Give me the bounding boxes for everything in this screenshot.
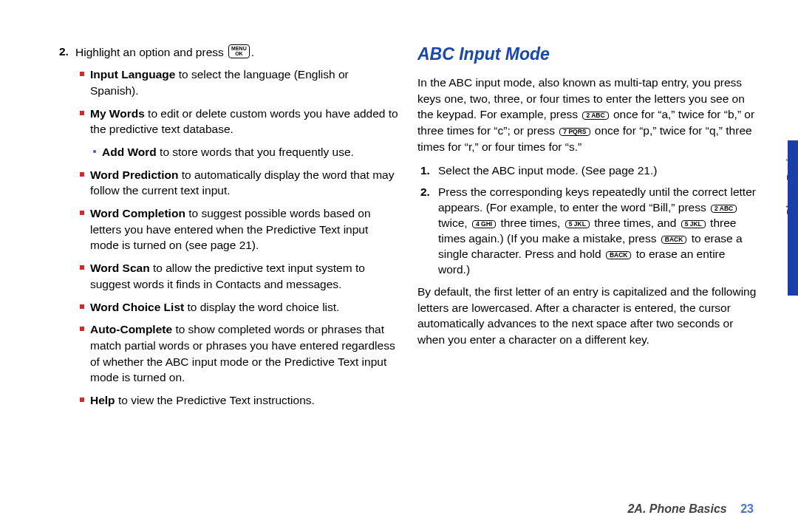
step-1: 1. Select the ABC input mode. (See page … — [420, 163, 757, 179]
section-heading: ABC Input Mode — [417, 44, 757, 64]
step-number: 1. — [420, 163, 438, 179]
square-bullet-icon — [80, 211, 84, 215]
key-back-icon: BACK — [661, 236, 687, 244]
key-4ghi-icon: 4 GHI — [472, 220, 496, 228]
step-2: 2. Press the corresponding keys repeated… — [420, 185, 757, 278]
list-item: Word Scan to allow the predictive text i… — [80, 260, 399, 292]
square-bullet-icon — [80, 172, 84, 177]
steps-list: 1. Select the ABC input mode. (See page … — [420, 163, 757, 277]
list-item: Auto-Complete to show completed words or… — [80, 321, 399, 386]
list-item: My Words to edit or delete custom words … — [80, 106, 399, 137]
left-column: 2. Highlight an option and press MENU OK… — [59, 44, 399, 415]
step-2: 2. Highlight an option and press MENU OK… — [59, 44, 399, 61]
square-bullet-icon — [80, 304, 84, 309]
list-item: Word Choice List to display the word cho… — [80, 299, 399, 316]
page-footer: 2A. Phone Basics 23 — [627, 502, 754, 516]
paragraph: By default, the first letter of an entry… — [417, 284, 757, 348]
list-item: Input Language to select the language (E… — [80, 66, 399, 98]
menu-ok-key-icon: MENU OK — [228, 44, 250, 58]
step-text: Press the corresponding keys repeatedly … — [438, 185, 757, 278]
step-text: Highlight an option and press MENU OK. — [75, 44, 254, 61]
square-bullet-icon — [80, 111, 84, 115]
key-7pqrs-icon: 7 PQRS — [559, 128, 590, 136]
page-number: 23 — [740, 502, 754, 515]
list-item: Word Prediction to automatically display… — [80, 167, 399, 199]
step-number: 2. — [59, 44, 75, 60]
dot-bullet-icon — [93, 150, 96, 153]
list-item: Word Completion to suggest possible word… — [80, 205, 399, 253]
key-back-icon: BACK — [606, 251, 632, 259]
square-bullet-icon — [80, 327, 84, 331]
key-2abc-icon: 2 ABC — [711, 205, 737, 213]
footer-section: 2A. Phone Basics — [627, 502, 726, 515]
key-5jkl-icon: 5 JKL — [681, 220, 706, 228]
step-number: 2. — [420, 185, 438, 200]
side-tab-label: Phone Basics — [785, 148, 797, 216]
square-bullet-icon — [80, 72, 84, 76]
list-item: Help to view the Predictive Text instruc… — [80, 392, 399, 409]
options-list: Input Language to select the language (E… — [80, 66, 399, 408]
key-5jkl-icon: 5 JKL — [565, 220, 590, 228]
square-bullet-icon — [80, 398, 84, 402]
step-text: Select the ABC input mode. (See page 21.… — [438, 163, 657, 179]
paragraph: In the ABC input mode, also known as mul… — [417, 75, 757, 154]
right-column: ABC Input Mode In the ABC input mode, al… — [417, 44, 757, 357]
square-bullet-icon — [80, 265, 84, 270]
key-2abc-icon: 2 ABC — [582, 112, 608, 120]
list-subitem: Add Word to store words that you frequen… — [93, 144, 399, 160]
